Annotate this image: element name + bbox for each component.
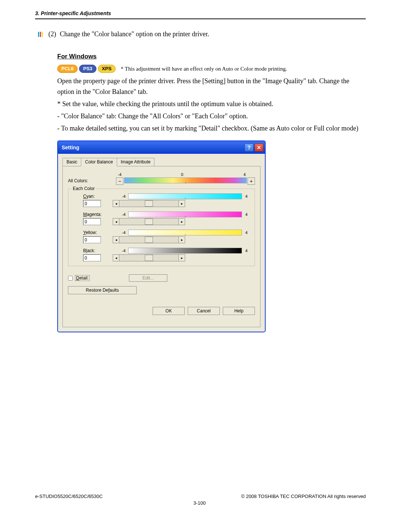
cyan-dec-button[interactable]: ◂: [113, 200, 119, 207]
all-colors-plus-button[interactable]: +: [248, 177, 255, 185]
magenta-inc-button[interactable]: ▸: [178, 218, 185, 225]
yellow-scale-max: 4: [243, 230, 250, 235]
step-row: (2) Change the "Color balance" option on…: [38, 30, 366, 38]
detail-checkbox[interactable]: [68, 276, 73, 281]
footer-left: e-STUDIO5520C/6520C/6530C: [35, 494, 103, 499]
yellow-scale-min: -4: [120, 230, 127, 235]
paragraph-2: * Set the value, while checking the prin…: [57, 99, 366, 109]
page-footer: e-STUDIO5520C/6520C/6530C © 2008 TOSHIBA…: [35, 494, 366, 499]
black-scale-max: 4: [243, 248, 250, 253]
dialog-title: Setting: [62, 145, 79, 150]
each-color-group: Each Color Cyan: -4 4: [68, 189, 255, 266]
magenta-control: Magenta: -4 4 ◂: [73, 211, 250, 225]
ok-button[interactable]: OK: [153, 307, 185, 315]
scale-max: 4: [241, 172, 248, 177]
tab-image-attribute[interactable]: Image Attribute: [117, 158, 155, 166]
header-rule: [35, 18, 366, 19]
setting-dialog: Setting ? ✕ Basic Color Balance Image At…: [57, 140, 266, 332]
badge-xps: XPS: [98, 65, 116, 73]
footer-page: 3-100: [0, 500, 399, 506]
cyan-slider[interactable]: ◂ ▸: [113, 200, 185, 207]
magenta-scale-min: -4: [120, 212, 127, 217]
tab-panel: -4 0 4 All Colors: − + Each Color: [62, 166, 260, 327]
paragraph-4: - To make detailed setting, you can set …: [57, 123, 366, 134]
step-text: Change the "Color balance" option on the…: [60, 30, 209, 38]
edit-button[interactable]: Edit...: [129, 274, 167, 282]
magenta-dec-button[interactable]: ◂: [113, 218, 119, 225]
black-slider[interactable]: ◂ ▸: [113, 254, 185, 261]
yellow-dec-button[interactable]: ◂: [113, 236, 119, 243]
all-colors-label: All Colors:: [68, 177, 116, 185]
badges-row: PCL6 PS3 XPS * This adjustment will have…: [57, 65, 366, 73]
badge-ps3: PS3: [79, 65, 96, 73]
step-marker-icon: [38, 31, 45, 36]
cyan-scale-max: 4: [243, 194, 250, 199]
cancel-button[interactable]: Cancel: [188, 307, 220, 315]
magenta-label: Magenta:: [73, 212, 120, 217]
paragraph-1: Open the property page of the printer dr…: [57, 76, 366, 97]
magenta-gradient: [128, 211, 242, 217]
black-value-input[interactable]: [83, 254, 101, 261]
magenta-value-input[interactable]: [83, 218, 101, 225]
page-header: 3. Printer-specific Adjustments: [35, 10, 366, 16]
each-color-legend: Each Color: [71, 186, 96, 191]
yellow-gradient: [128, 230, 242, 235]
all-colors-minus-button[interactable]: −: [116, 177, 123, 185]
tab-strip: Basic Color Balance Image Attribute: [62, 157, 260, 166]
black-dec-button[interactable]: ◂: [113, 254, 119, 261]
titlebar-help-button[interactable]: ?: [245, 143, 253, 152]
scale-zero: 0: [123, 172, 241, 177]
cyan-scale-min: -4: [120, 194, 127, 199]
paragraph-3: - "Color Balance" tab: Change the "All C…: [57, 111, 366, 122]
black-scale-min: -4: [120, 248, 127, 253]
yellow-value-input[interactable]: [83, 236, 101, 243]
cyan-label: Cyan:: [73, 194, 120, 199]
detail-checkbox-row[interactable]: Detail:: [68, 275, 90, 281]
yellow-label: Yellow:: [73, 230, 120, 235]
magenta-scale-max: 4: [243, 212, 250, 217]
black-inc-button[interactable]: ▸: [178, 254, 185, 261]
badge-note: * This adjustment will have an effect on…: [121, 66, 287, 72]
scale-min: -4: [116, 172, 123, 177]
step-number: (2): [48, 30, 56, 38]
black-label: Black:: [73, 248, 120, 253]
cyan-inc-button[interactable]: ▸: [178, 200, 185, 207]
cyan-value-input[interactable]: [83, 200, 101, 207]
yellow-inc-button[interactable]: ▸: [178, 236, 185, 243]
badge-pcl6: PCL6: [57, 65, 78, 73]
cyan-gradient: [128, 193, 242, 199]
yellow-control: Yellow: -4 4 ◂: [73, 230, 250, 243]
yellow-slider[interactable]: ◂ ▸: [113, 236, 185, 243]
tab-basic[interactable]: Basic: [62, 158, 81, 166]
restore-defaults-button[interactable]: Restore Defaults: [68, 286, 137, 294]
for-windows-heading: For Windows: [57, 53, 366, 60]
all-colors-slider[interactable]: [124, 177, 247, 183]
help-button[interactable]: Help: [223, 307, 255, 315]
black-gradient: [128, 248, 242, 254]
tab-color-balance[interactable]: Color Balance: [81, 158, 117, 166]
titlebar[interactable]: Setting ? ✕: [58, 141, 265, 154]
magenta-slider[interactable]: ◂ ▸: [113, 218, 185, 225]
cyan-control: Cyan: -4 4 ◂ ▸: [73, 193, 250, 207]
black-control: Black: -4 4 ◂ ▸: [73, 248, 250, 261]
titlebar-close-button[interactable]: ✕: [255, 143, 263, 152]
footer-right: © 2008 TOSHIBA TEC CORPORATION All right…: [241, 494, 366, 499]
